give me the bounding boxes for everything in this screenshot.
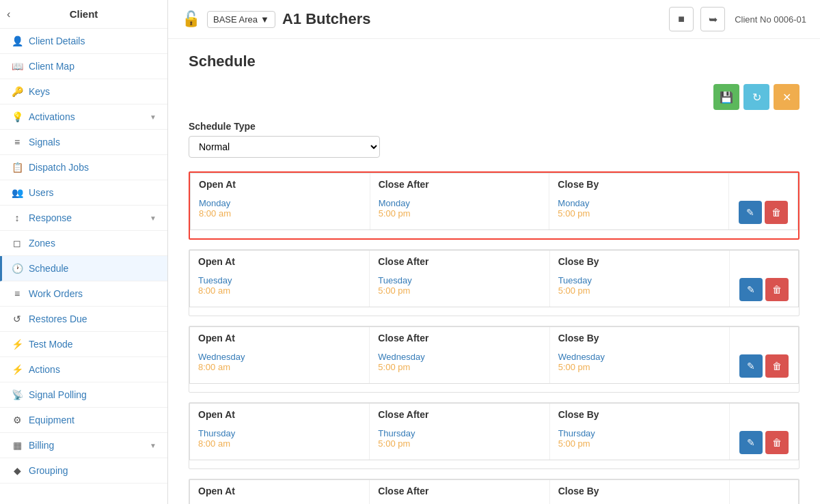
sidebar-icon-keys: 🔑 (11, 86, 23, 97)
sidebar-item-client-map[interactable]: 📖 Client Map (0, 54, 167, 79)
sidebar-item-signal-polling[interactable]: 📡 Signal Polling (0, 382, 167, 408)
sidebar-label-activations: Activations (29, 111, 144, 122)
edit-button-wednesday[interactable]: ✎ (739, 354, 763, 378)
top-cancel-button[interactable]: ✕ (774, 84, 800, 110)
sidebar-back-button[interactable]: ‹ (7, 8, 10, 20)
sidebar-label-keys: Keys (29, 86, 156, 97)
close-by-time-1: 5:00 pm (558, 285, 721, 296)
close-by-header-2: Close By (550, 327, 730, 349)
open-at-time-0: 8:00 am (199, 208, 361, 219)
sidebar-item-equipment[interactable]: ⚙ Equipment (0, 408, 167, 433)
sidebar-icon-zones: ◻ (11, 238, 23, 249)
schedule-type-select[interactable]: Normal Holiday Custom (189, 136, 380, 158)
sidebar-item-users[interactable]: 👥 Users (0, 180, 167, 206)
actions-header-1 (730, 251, 798, 272)
sidebar-label-client-map: Client Map (29, 61, 156, 72)
close-after-day-3: Thursday (378, 428, 541, 438)
edit-button-monday[interactable]: ✎ (739, 201, 762, 224)
top-save-button[interactable]: 💾 (713, 84, 739, 110)
open-at-header-2: Open At (190, 327, 370, 349)
sidebar-icon-signals: ≡ (11, 137, 23, 148)
actions-header-4 (730, 480, 798, 502)
sidebar-label-restores-due: Restores Due (29, 313, 156, 324)
sidebar-label-users: Users (29, 187, 156, 198)
sidebar-item-actions[interactable]: ⚡ Actions (0, 357, 167, 382)
sidebar-icon-restores-due: ↺ (11, 313, 23, 324)
schedule-header-friday: Open At Close After Close By (189, 479, 799, 502)
edit-button-thursday[interactable]: ✎ (739, 431, 763, 454)
sidebar-label-dispatch-jobs: Dispatch Jobs (29, 162, 156, 173)
delete-button-thursday[interactable]: 🗑 (765, 431, 789, 454)
sidebar-item-activations[interactable]: 💡 Activations ▼ (0, 104, 167, 130)
open-at-time-2: 8:00 am (198, 362, 361, 372)
sidebar-item-grouping[interactable]: ◆ Grouping (0, 458, 167, 484)
sidebar-label-signals: Signals (29, 137, 156, 148)
top-reset-button[interactable]: ↻ (743, 84, 769, 110)
close-after-cell-2: Wednesday 5:00 pm (370, 349, 549, 383)
schedule-type-label: Schedule Type (189, 121, 800, 132)
sidebar-icon-client-map: 📖 (11, 61, 23, 72)
schedule-header-tuesday: Open At Close After Close By (189, 250, 799, 272)
sidebar-item-test-mode[interactable]: ⚡ Test Mode (0, 332, 167, 357)
sidebar-label-response: Response (29, 212, 144, 223)
sidebar-icon-response: ↕ (11, 212, 23, 223)
topbar-share-button[interactable]: ➥ (700, 7, 725, 31)
sidebar-label-zones: Zones (29, 238, 156, 249)
sidebar-label-schedule: Schedule (29, 263, 156, 274)
sidebar-nav: 👤 Client Details 📖 Client Map 🔑 Keys 💡 A… (0, 29, 167, 484)
sidebar-label-equipment: Equipment (29, 415, 156, 425)
close-by-cell-0: Monday 5:00 pm (549, 195, 729, 229)
open-at-cell-2: Wednesday 8:00 am (190, 349, 370, 383)
schedule-data-monday: Monday 8:00 am Monday 5:00 pm Monday 5:0… (190, 195, 798, 230)
open-at-header-4: Open At (190, 480, 370, 502)
sidebar-item-zones[interactable]: ◻ Zones (0, 231, 167, 256)
row-actions-2: ✎ 🗑 (730, 349, 798, 383)
row-actions-3: ✎ 🗑 (730, 425, 798, 460)
schedule-block-monday: Open At Close After Close By Monday 8:00… (189, 171, 800, 240)
close-by-day-3: Thursday (558, 428, 721, 438)
sidebar-item-client-details[interactable]: 👤 Client Details (0, 29, 167, 54)
sidebar-label-billing: Billing (29, 440, 144, 451)
sidebar-icon-users: 👥 (11, 187, 23, 198)
client-number: Client No 0006-01 (735, 14, 806, 25)
delete-button-tuesday[interactable]: 🗑 (765, 278, 789, 301)
close-after-cell-1: Tuesday 5:00 pm (370, 272, 549, 307)
close-by-cell-3: Thursday 5:00 pm (550, 425, 730, 460)
page-title: Schedule (189, 53, 800, 70)
close-after-header-2: Close After (370, 327, 549, 349)
sidebar-item-restores-due[interactable]: ↺ Restores Due (0, 307, 167, 332)
sidebar-label-grouping: Grouping (29, 465, 156, 476)
area-dropdown[interactable]: BASE Area ▼ (207, 11, 275, 28)
sidebar: ‹ Client 👤 Client Details 📖 Client Map 🔑… (0, 0, 168, 504)
sidebar-item-response[interactable]: ↕ Response ▼ (0, 206, 167, 231)
sidebar-header: ‹ Client (0, 0, 167, 29)
topbar-save-button[interactable]: ■ (669, 7, 694, 31)
edit-button-tuesday[interactable]: ✎ (739, 278, 763, 301)
sidebar-icon-work-orders: ≡ (11, 288, 23, 299)
sidebar-item-schedule[interactable]: 🕐 Schedule (0, 256, 167, 281)
sidebar-label-work-orders: Work Orders (29, 288, 156, 299)
schedule-header-monday: Open At Close After Close By (190, 173, 798, 195)
sidebar-item-dispatch-jobs[interactable]: 📋 Dispatch Jobs (0, 155, 167, 180)
open-at-day-1: Tuesday (198, 275, 361, 285)
open-at-time-3: 8:00 am (198, 438, 361, 449)
area-chevron-icon: ▼ (260, 14, 269, 25)
open-at-header-3: Open At (190, 404, 370, 425)
close-after-time-1: 5:00 pm (378, 285, 541, 296)
delete-button-wednesday[interactable]: 🗑 (765, 354, 789, 378)
close-after-time-3: 5:00 pm (378, 438, 541, 449)
sidebar-icon-schedule: 🕐 (11, 263, 23, 274)
chevron-icon-billing: ▼ (150, 442, 156, 449)
close-after-header-1: Close After (370, 251, 549, 272)
sidebar-item-work-orders[interactable]: ≡ Work Orders (0, 281, 167, 307)
delete-button-monday[interactable]: 🗑 (765, 201, 788, 224)
sidebar-item-signals[interactable]: ≡ Signals (0, 130, 167, 155)
open-at-header-0: Open At (191, 173, 370, 195)
schedule-block-wednesday: Open At Close After Close By Wednesday 8… (189, 326, 800, 393)
open-at-day-0: Monday (199, 198, 361, 208)
sidebar-label-signal-polling: Signal Polling (29, 389, 156, 400)
sidebar-item-keys[interactable]: 🔑 Keys (0, 79, 167, 104)
page-content: Schedule 💾 ↻ ✕ Schedule Type Normal Holi… (168, 39, 820, 504)
close-by-header-4: Close By (550, 480, 730, 502)
sidebar-item-billing[interactable]: ▦ Billing ▼ (0, 433, 167, 458)
